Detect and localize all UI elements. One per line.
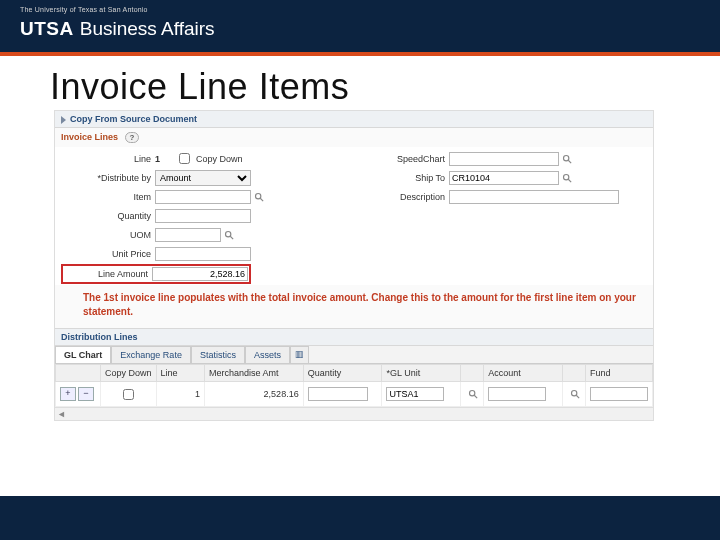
svg-point-0 bbox=[256, 193, 261, 198]
lookup-icon[interactable] bbox=[561, 153, 573, 165]
tab-statistics[interactable]: Statistics bbox=[191, 346, 245, 363]
unit-price-label: Unit Price bbox=[61, 249, 155, 259]
footer-bar bbox=[0, 496, 720, 540]
unit-price-input[interactable] bbox=[155, 247, 251, 261]
svg-line-9 bbox=[474, 395, 477, 398]
col-quantity: Quantity bbox=[303, 365, 382, 382]
add-row-button[interactable]: + bbox=[60, 387, 76, 401]
lookup-icon[interactable] bbox=[467, 388, 479, 400]
item-label: Item bbox=[61, 192, 155, 202]
col-account-lookup bbox=[562, 365, 585, 382]
dept-name: Business Affairs bbox=[80, 18, 215, 39]
svg-line-1 bbox=[260, 198, 263, 201]
copy-from-source-section[interactable]: Copy From Source Document bbox=[55, 111, 653, 128]
line-label: Line bbox=[61, 154, 155, 164]
svg-point-6 bbox=[564, 174, 569, 179]
col-account: Account bbox=[484, 365, 563, 382]
description-input[interactable] bbox=[449, 190, 619, 204]
uom-label: UOM bbox=[61, 230, 155, 240]
copy-from-label: Copy From Source Document bbox=[70, 114, 197, 124]
scroll-left-icon[interactable]: ◄ bbox=[57, 409, 66, 419]
brand-header: The University of Texas at San Antonio U… bbox=[0, 0, 720, 56]
row-fund-input[interactable] bbox=[590, 387, 648, 401]
svg-line-7 bbox=[568, 179, 571, 182]
col-fund: Fund bbox=[586, 365, 653, 382]
tab-exchange-rate[interactable]: Exchange Rate bbox=[111, 346, 191, 363]
tab-assets[interactable]: Assets bbox=[245, 346, 290, 363]
row-line: 1 bbox=[156, 382, 205, 407]
col-gl-unit: *GL Unit bbox=[382, 365, 461, 382]
instruction-note: The 1st invoice line populates with the … bbox=[55, 285, 653, 328]
col-gl-lookup bbox=[461, 365, 484, 382]
distribute-by-label: Distribute by bbox=[61, 173, 155, 183]
speedchart-input[interactable] bbox=[449, 152, 559, 166]
lookup-icon[interactable] bbox=[253, 191, 265, 203]
distribution-grid: Copy Down Line Merchandise Amt Quantity … bbox=[55, 364, 653, 407]
app-screenshot: Copy From Source Document Invoice Lines … bbox=[54, 110, 654, 421]
row-copy-down-checkbox[interactable] bbox=[123, 389, 134, 400]
svg-point-2 bbox=[226, 231, 231, 236]
quantity-label: Quantity bbox=[61, 211, 155, 221]
page-title: Invoice Line Items bbox=[50, 66, 670, 108]
invoice-lines-header: Invoice Lines ? bbox=[55, 128, 653, 147]
distribution-lines-section[interactable]: Distribution Lines bbox=[55, 328, 653, 346]
svg-point-8 bbox=[470, 390, 475, 395]
svg-point-10 bbox=[571, 390, 576, 395]
grid-header-row: Copy Down Line Merchandise Amt Quantity … bbox=[56, 365, 653, 382]
uom-input[interactable] bbox=[155, 228, 221, 242]
ship-to-label: Ship To bbox=[365, 173, 449, 183]
col-line: Line bbox=[156, 365, 205, 382]
copy-down-label: Copy Down bbox=[196, 154, 243, 164]
university-name: The University of Texas at San Antonio bbox=[20, 6, 148, 13]
description-label: Description bbox=[365, 192, 449, 202]
row-gl-unit-input[interactable] bbox=[386, 387, 444, 401]
svg-line-3 bbox=[230, 236, 233, 239]
distribute-by-select[interactable]: Amount bbox=[155, 170, 251, 186]
svg-line-5 bbox=[568, 160, 571, 163]
lookup-icon[interactable] bbox=[569, 388, 581, 400]
quantity-input[interactable] bbox=[155, 209, 251, 223]
col-actions bbox=[56, 365, 101, 382]
tab-gl-chart[interactable]: GL Chart bbox=[55, 346, 111, 363]
line-amount-highlight: Line Amount bbox=[61, 264, 251, 284]
tab-show-all-icon[interactable]: ▥ bbox=[290, 346, 309, 363]
svg-point-4 bbox=[564, 155, 569, 160]
row-merch-amt: 2,528.16 bbox=[205, 382, 304, 407]
lookup-icon[interactable] bbox=[223, 229, 235, 241]
horizontal-scrollbar[interactable]: ◄ bbox=[55, 407, 653, 420]
col-copy-down: Copy Down bbox=[101, 365, 157, 382]
caret-right-icon bbox=[61, 116, 66, 124]
distribution-lines-title: Distribution Lines bbox=[61, 332, 138, 342]
distribution-tabs: GL Chart Exchange Rate Statistics Assets… bbox=[55, 346, 653, 364]
row-account-input[interactable] bbox=[488, 387, 546, 401]
svg-line-11 bbox=[576, 395, 579, 398]
line-amount-input[interactable] bbox=[152, 267, 248, 281]
help-icon[interactable]: ? bbox=[125, 132, 140, 143]
line-amount-label: Line Amount bbox=[64, 269, 152, 279]
invoice-lines-title: Invoice Lines bbox=[61, 132, 118, 142]
speedchart-label: SpeedChart bbox=[365, 154, 449, 164]
line-number: 1 bbox=[155, 154, 175, 164]
delete-row-button[interactable]: − bbox=[78, 387, 94, 401]
lookup-icon[interactable] bbox=[561, 172, 573, 184]
brand-logo: UTSABusiness Affairs bbox=[20, 18, 215, 40]
ship-to-input[interactable] bbox=[449, 171, 559, 185]
col-merch-amt: Merchandise Amt bbox=[205, 365, 304, 382]
row-quantity-input[interactable] bbox=[308, 387, 368, 401]
utsa-wordmark: UTSA bbox=[20, 18, 74, 39]
copy-down-checkbox[interactable] bbox=[179, 153, 190, 164]
grid-row: +− 1 2,528.16 bbox=[56, 382, 653, 407]
item-input[interactable] bbox=[155, 190, 251, 204]
